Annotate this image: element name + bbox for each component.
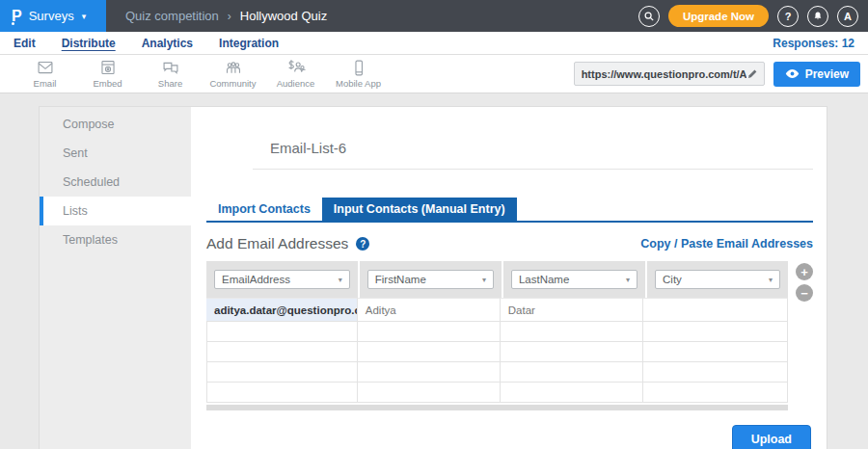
contacts-grid-header: EmailAddress ▾ FirstName ▾ — [206, 261, 788, 298]
help-button[interactable]: ? — [777, 6, 799, 27]
toolbar-community[interactable]: Community — [202, 59, 264, 89]
cell-email[interactable] — [206, 322, 358, 342]
toolbar-email-label: Email — [34, 78, 57, 89]
list-content: Email-List-6 Import Contacts Input Conta… — [191, 107, 827, 449]
breadcrumb-parent[interactable]: Quiz competition — [125, 9, 219, 23]
cell-city[interactable] — [643, 383, 788, 403]
cell-firstname[interactable] — [358, 383, 501, 403]
preview-button[interactable]: Preview — [773, 62, 860, 87]
avatar[interactable]: A — [837, 6, 858, 27]
tab-distribute[interactable]: Distribute — [62, 37, 116, 50]
distribute-toolbar: Email Embed Share Community Audience Mob… — [0, 55, 868, 93]
toolbar-embed-label: Embed — [93, 78, 122, 89]
preview-button-label: Preview — [805, 67, 849, 81]
caret-down-icon: ▾ — [482, 276, 486, 284]
sidebar-item-scheduled[interactable]: Scheduled — [40, 168, 191, 197]
cell-email[interactable] — [206, 362, 358, 383]
email-icon — [32, 59, 59, 77]
column-select-value: LastName — [519, 274, 569, 285]
cell-firstname[interactable]: Aditya — [358, 298, 501, 322]
add-row-button[interactable]: + — [796, 263, 813, 280]
surveys-menu-label: Surveys — [29, 9, 74, 23]
tab-import-contacts[interactable]: Import Contacts — [206, 198, 322, 221]
toolbar-audience-label: Audience — [277, 78, 315, 89]
top-actions: Upgrade Now ? A — [638, 0, 868, 32]
column-select-value: City — [663, 274, 682, 285]
survey-url-field — [574, 62, 765, 86]
cell-email[interactable]: aditya.datar@questionpro.com — [206, 298, 358, 322]
sidebar-item-compose[interactable]: Compose — [40, 110, 191, 139]
toolbar-community-label: Community — [209, 78, 256, 89]
audience-icon — [283, 59, 310, 77]
toolbar-share[interactable]: Share — [139, 59, 202, 89]
tab-analytics[interactable]: Analytics — [142, 37, 193, 50]
row-controls: + − — [788, 261, 813, 410]
help-icon[interactable]: ? — [356, 237, 369, 251]
horizontal-scrollbar[interactable] — [206, 405, 788, 410]
chevron-down-icon: ▾ — [82, 12, 87, 21]
toolbar-mobile-app-label: Mobile App — [336, 78, 381, 89]
column-select-city[interactable]: City ▾ — [655, 270, 780, 289]
cell-firstname[interactable] — [358, 342, 501, 362]
copy-paste-link[interactable]: Copy / Paste Email Addresses — [640, 237, 813, 251]
contacts-table-zone: EmailAddress ▾ FirstName ▾ — [206, 261, 813, 410]
remove-row-button[interactable]: − — [796, 284, 813, 302]
edit-url-icon[interactable] — [746, 67, 759, 80]
tab-integration[interactable]: Integration — [219, 37, 279, 50]
cell-city[interactable] — [643, 298, 788, 322]
contacts-grid: EmailAddress ▾ FirstName ▾ — [206, 261, 788, 410]
header-cell-firstname: FirstName ▾ — [360, 261, 502, 298]
cell-email[interactable] — [206, 342, 358, 362]
column-select-emailaddress[interactable]: EmailAddress ▾ — [214, 270, 350, 289]
sidebar-item-templates[interactable]: Templates — [40, 225, 191, 254]
cell-lastname[interactable] — [501, 362, 643, 383]
cell-lastname[interactable] — [501, 383, 643, 403]
cell-email[interactable] — [206, 383, 358, 403]
toolbar-email[interactable]: Email — [14, 59, 76, 89]
survey-nav: Edit Distribute Analytics Integration Re… — [0, 32, 868, 55]
search-button[interactable] — [638, 6, 660, 27]
toolbar-audience[interactable]: Audience — [264, 59, 327, 89]
cell-lastname[interactable]: Datar — [501, 298, 643, 322]
breadcrumb-separator: › — [228, 10, 231, 23]
cell-firstname[interactable] — [358, 322, 501, 342]
survey-url-input[interactable] — [582, 68, 746, 80]
cell-city[interactable] — [643, 322, 788, 342]
upload-row: Upload — [206, 425, 813, 449]
upload-wrap: Upload — [732, 425, 811, 449]
cell-city[interactable] — [643, 362, 788, 383]
share-icon — [157, 59, 184, 77]
caret-down-icon: ▾ — [339, 276, 342, 284]
contacts-grid-body: aditya.datar@questionpro.com Aditya Data… — [206, 298, 788, 403]
caret-down-icon: ▾ — [626, 276, 630, 284]
section-title: Add Email Addresses — [206, 235, 348, 252]
sidebar-item-lists[interactable]: Lists — [40, 197, 191, 225]
email-sidebar: Compose Sent Scheduled Lists Templates — [40, 107, 191, 449]
header-cell-email: EmailAddress ▾ — [206, 261, 358, 298]
tab-input-contacts-manual[interactable]: Input Contacts (Manual Entry) — [322, 198, 517, 221]
breadcrumb-current: Hollywood Quiz — [240, 9, 327, 23]
cell-city[interactable] — [643, 342, 788, 362]
column-select-value: FirstName — [375, 274, 426, 285]
toolbar-embed[interactable]: Embed — [76, 59, 139, 89]
caret-down-icon: ▾ — [769, 276, 773, 284]
embed-icon — [95, 59, 122, 77]
toolbar-mobile-app[interactable]: Mobile App — [327, 59, 390, 89]
upgrade-now-button[interactable]: Upgrade Now — [668, 5, 769, 27]
cell-lastname[interactable] — [501, 342, 643, 362]
list-title: Email-List-6 — [253, 107, 813, 170]
cell-lastname[interactable] — [501, 322, 643, 342]
bell-icon — [812, 11, 824, 22]
surveys-menu[interactable]: P Surveys ▾ — [0, 0, 106, 32]
cell-firstname[interactable] — [358, 362, 501, 383]
tab-edit[interactable]: Edit — [14, 37, 36, 50]
column-select-firstname[interactable]: FirstName ▾ — [367, 270, 494, 289]
column-select-lastname[interactable]: LastName ▾ — [511, 270, 637, 289]
responses-count[interactable]: Responses: 12 — [773, 37, 854, 50]
email-distribution-card: Compose Sent Scheduled Lists Templates E… — [39, 106, 827, 449]
sidebar-item-sent[interactable]: Sent — [40, 139, 191, 168]
top-bar: P Surveys ▾ Quiz competition › Hollywood… — [0, 0, 868, 32]
notifications-button[interactable] — [807, 6, 828, 27]
upload-button[interactable]: Upload — [732, 425, 811, 449]
search-icon — [643, 11, 655, 22]
